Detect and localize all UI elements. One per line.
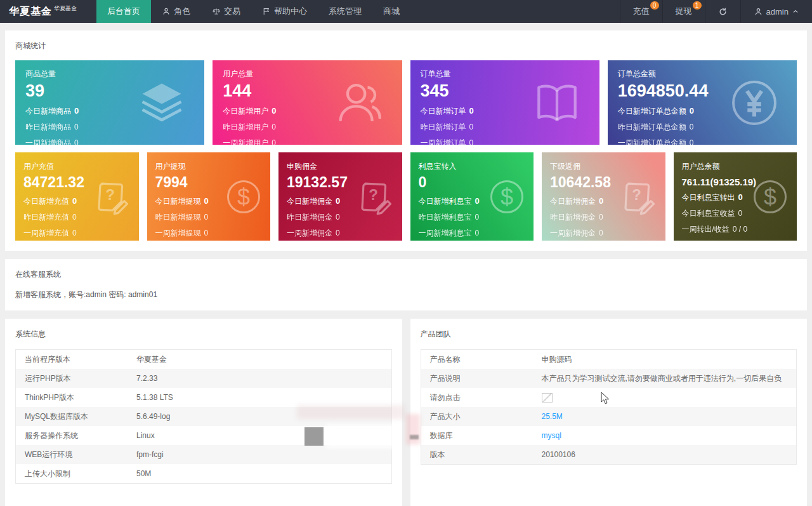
- nav-item[interactable]: 帮助中心: [251, 0, 318, 23]
- user-menu[interactable]: admin: [740, 0, 812, 23]
- refresh-icon: [718, 7, 728, 17]
- row-label: 数据库: [421, 430, 542, 441]
- row-label: 产品说明: [421, 373, 542, 384]
- row-value: fpm-fcgi: [136, 450, 170, 459]
- product-team-panel: 产品团队 产品名称 申购源码 产品说明 本产品只为学习测试交流,请勿要做商业或者…: [410, 319, 808, 506]
- nav-item-label: 商城: [383, 6, 400, 17]
- book-icon: [530, 76, 584, 130]
- stat-line-label: 一周转出/收益: [682, 225, 730, 234]
- stat-line-label: 一周新增订单: [421, 138, 466, 145]
- stat-line-label: 一周新增利息宝: [419, 229, 472, 237]
- stat-card: 订单总量 345 今日新增订单0 昨日新增订单0 一周新增订单0: [410, 60, 599, 145]
- app-logo[interactable]: 华夏基金 华夏基金: [0, 0, 96, 23]
- stat-card: 用户总余额 761.11(91325.19) 今日利息宝转出0 今日利息宝收益0…: [674, 152, 797, 241]
- row-label: 服务器操作系统: [16, 430, 136, 441]
- navbar-right: 充值 0 提现 1 admin: [620, 0, 812, 23]
- nav-item-label: 后台首页: [107, 6, 140, 17]
- system-info-title: 系统信息: [15, 329, 392, 340]
- stat-line-value: 0: [738, 192, 743, 202]
- nav-item[interactable]: 系统管理: [318, 0, 372, 23]
- mall-stats-title: 商城统计: [15, 41, 797, 51]
- row-label: 当前程序版本: [16, 354, 136, 365]
- service-account-note: 新增客服系统，账号:admin 密码: admin01: [15, 290, 797, 300]
- top-navbar: 华夏基金 华夏基金 后台首页 角色 交易 帮助中心 系统管理 商城: [0, 0, 812, 23]
- stat-line-value: 0: [204, 196, 209, 206]
- person-icon: [754, 7, 763, 17]
- svg-text:$: $: [237, 183, 250, 210]
- dollar-circle-icon: $: [750, 176, 790, 217]
- stat-line-value: 0: [336, 213, 340, 222]
- stat-line-label: 今日新增用户: [223, 107, 268, 116]
- row-label: WEB运行环境: [16, 449, 136, 460]
- product-team-title: 产品团队: [421, 329, 797, 340]
- stat-line-label: 一周新增充值: [23, 229, 69, 237]
- row-label: 产品名称: [421, 354, 542, 365]
- nav-item-label: 系统管理: [329, 6, 362, 17]
- bottom-section: 系统信息 当前程序版本 华夏基金 运行PHP版本 7.2.33 ThinkPHP…: [5, 319, 807, 506]
- table-row: 请勿点击: [421, 388, 797, 407]
- stat-line-label: 今日新增商品: [25, 107, 71, 116]
- stat-line-label: 一周新增佣金: [287, 229, 332, 237]
- stat-line-label: 昨日新增提现: [155, 213, 201, 222]
- stat-line-value: 0: [475, 196, 480, 206]
- doc-edit-icon: ?: [619, 176, 659, 217]
- stat-line-value: 0: [475, 229, 480, 237]
- table-row: 数据库 mysql: [421, 426, 797, 445]
- nav-menu: 后台首页 角色 交易 帮助中心 系统管理 商城: [96, 0, 410, 23]
- row-value: 5.1.38 LTS: [136, 393, 180, 402]
- system-info-table: 当前程序版本 华夏基金 运行PHP版本 7.2.33 ThinkPHP版本 5.…: [15, 349, 392, 484]
- row-value: 本产品只为学习测试交流,请勿要做商业或者用于违法行为,一切后果自负: [542, 373, 789, 384]
- table-row: MySQL数据库版本 5.6.49-log: [16, 407, 391, 426]
- stat-line-label: 今日新增订单总金额: [618, 107, 686, 116]
- row-label: MySQL数据库版本: [16, 411, 136, 422]
- stat-line-value: 0: [72, 229, 77, 237]
- row-value[interactable]: 25.5M: [542, 412, 569, 421]
- row-value[interactable]: mysql: [542, 431, 568, 440]
- stat-line-value: 0: [72, 196, 77, 206]
- stat-line-value: 0: [599, 196, 603, 206]
- stat-line-label: 一周新增商品: [25, 138, 71, 145]
- nav-item[interactable]: 交易: [201, 0, 251, 23]
- nav-item[interactable]: 后台首页: [96, 0, 151, 23]
- recharge-button[interactable]: 充值 0: [620, 0, 662, 23]
- stat-line-value: 0: [599, 213, 603, 222]
- stat-title: 下级返佣: [550, 161, 657, 172]
- stat-line-value: 0: [469, 106, 474, 116]
- row-label: 产品大小: [421, 411, 542, 422]
- system-info-panel: 系统信息 当前程序版本 华夏基金 运行PHP版本 7.2.33 ThinkPHP…: [5, 319, 402, 506]
- stat-line-label: 昨日新增用户: [223, 123, 268, 131]
- row-label: 版本: [421, 449, 542, 460]
- row-value: 7.2.33: [136, 374, 164, 383]
- refresh-button[interactable]: [705, 0, 740, 23]
- withdraw-button[interactable]: 提现 1: [662, 0, 705, 23]
- stat-card: 订单总金额 1694850.44 今日新增订单总金额0 昨日新增订单总金额0 一…: [608, 60, 797, 145]
- row-label: 请勿点击: [421, 392, 542, 403]
- stat-line-value: 0: [74, 106, 79, 116]
- mall-stats-panel: 商城统计 商品总量 39 今日新增商品0 昨日新增商品0 一周新增商品0 用户总…: [5, 30, 807, 251]
- stat-line-value: 0: [475, 213, 480, 222]
- table-row: 上传大小限制 50M: [16, 464, 391, 483]
- stat-line-label: 今日新增订单: [421, 107, 466, 116]
- stat-line-label: 昨日新增订单总金额: [618, 123, 686, 131]
- stat-line-value: 0: [690, 106, 694, 116]
- nav-item[interactable]: 角色: [151, 0, 201, 23]
- table-row: 产品大小 25.5M: [421, 407, 797, 426]
- stat-line-label: 今日利息宝收益: [682, 209, 735, 218]
- stat-card: 用户总量 144 今日新增用户0 昨日新增用户0 一周新增用户0: [213, 60, 402, 145]
- nav-item[interactable]: 商城: [372, 0, 410, 23]
- stat-line-value: 0: [272, 123, 276, 131]
- stat-card: 申购佣金 19132.57 今日新增佣金0 昨日新增佣金0 一周新增佣金0 ?: [278, 152, 402, 241]
- stat-line-label: 一周新增订单总金额: [618, 138, 686, 145]
- stat-title: 利息宝转入: [419, 161, 526, 172]
- row-label: ThinkPHP版本: [16, 392, 136, 403]
- table-row: 产品说明 本产品只为学习测试交流,请勿要做商业或者用于违法行为,一切后果自负: [421, 369, 797, 388]
- stat-line-value: 0: [690, 138, 694, 145]
- stat-line-label: 一周新增提现: [155, 229, 201, 237]
- stats-row-1: 商品总量 39 今日新增商品0 昨日新增商品0 一周新增商品0 用户总量 144…: [15, 60, 797, 145]
- stat-line-value: 0: [204, 213, 209, 222]
- stat-line-value: 0: [204, 229, 209, 237]
- logo-text: 华夏基金: [9, 5, 52, 18]
- stat-line-label: 今日新增充值: [23, 197, 69, 206]
- stat-line-value: 0: [599, 229, 603, 237]
- flag-icon: [262, 7, 271, 16]
